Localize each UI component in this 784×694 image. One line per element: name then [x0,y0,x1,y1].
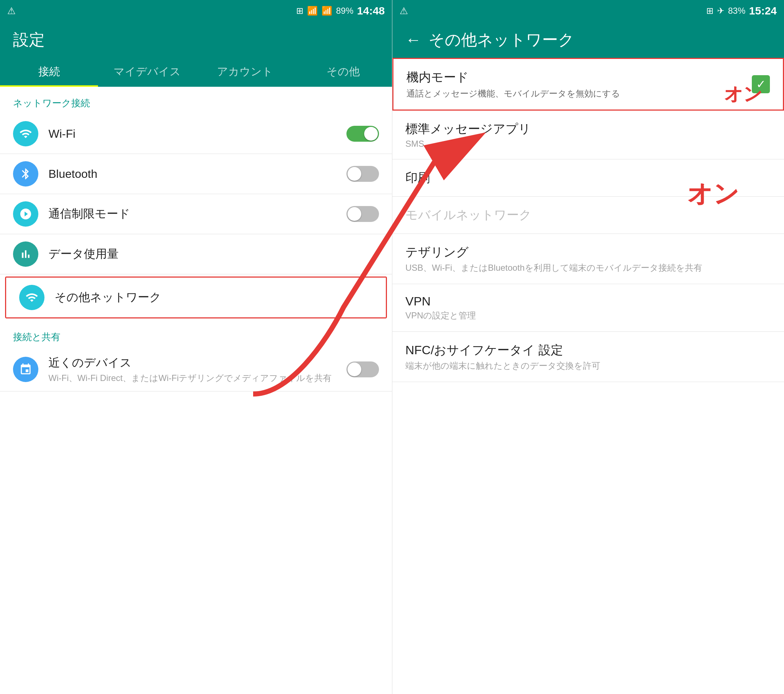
on-label: オン [724,82,762,107]
row-wifi[interactable]: Wi-Fi [0,114,392,154]
bluetooth-text: Bluetooth [48,167,346,181]
left-content: ネットワーク接続 Wi-Fi Bluetoo [0,87,392,694]
time-right: 15:24 [749,5,777,17]
section-network: ネットワーク接続 [0,87,392,114]
app-bar-left: 設定 [0,22,392,58]
warning-icon-left: ⚠ [7,5,16,16]
bluetooth-toggle[interactable] [346,166,379,182]
time-left: 14:48 [357,5,385,17]
wifi-toggle-knob [364,127,378,141]
row-mobile: モバイルネットワーク [392,197,784,234]
restrict-toggle-knob [348,207,361,221]
left-screen: ⚠ ⊞ 📶 📶 89% 14:48 設定 接続 マイデバイス アカウント [0,0,392,694]
tabs-left: 接続 マイデバイス アカウント その他 [0,58,392,87]
row-other-network[interactable]: その他ネットワーク [6,278,386,317]
row-print[interactable]: 印刷 [392,160,784,197]
nearby-text: 近くのデバイス Wi-Fi、Wi-Fi Direct、またはWi-Fiテザリング… [48,355,346,384]
cast-icon-right: ⊞ [706,6,713,16]
airplane-icon-right: ✈ [717,6,724,16]
row-nearby[interactable]: 近くのデバイス Wi-Fi、Wi-Fi Direct、またはWi-Fiテザリング… [0,348,392,391]
nearby-toggle-knob [348,363,361,376]
warning-icon-right: ⚠ [400,5,408,16]
nearby-toggle[interactable] [346,362,379,377]
wifi-icon [13,121,38,146]
data-usage-text: データ使用量 [48,246,379,262]
wifi-text: Wi-Fi [48,127,346,141]
battery-right: 83% [728,6,745,16]
restrict-text: 通信制限モード [48,206,346,222]
app-bar-right: ← その他ネットワーク [392,22,784,58]
app-title-right: その他ネットワーク [428,29,574,51]
bluetooth-icon [13,161,38,186]
signal-icon-left: 📶 [321,6,332,16]
right-screen: ⚠ ⊞ ✈ 83% 15:24 ← その他ネットワーク 機内モード 通話とメッセ… [392,0,784,694]
row-nfc[interactable]: NFC/おサイフケータイ 設定 端末が他の端末に触れたときのデータ交換を許可 [392,332,784,382]
row-sms[interactable]: 標準メッセージアプリ SMS [392,110,784,160]
tab-account[interactable]: アカウント [196,58,294,87]
data-usage-icon [13,242,38,267]
wifi-icon-left: 📶 [307,6,318,16]
app-title-left: 設定 [13,29,45,51]
tab-connection[interactable]: 接続 [0,58,98,87]
airplane-text: 機内モード 通話とメッセージ機能、モバイルデータを無効にする [407,69,752,99]
wifi-toggle[interactable] [346,126,379,142]
section-share: 接続と共有 [0,321,392,348]
restrict-toggle[interactable] [346,206,379,222]
row-restrict[interactable]: 通信制限モード [0,194,392,234]
row-vpn[interactable]: VPN VPNの設定と管理 [392,284,784,332]
row-tethering[interactable]: テザリング USB、Wi-Fi、またはBluetoothを利用して端末のモバイル… [392,234,784,284]
row-bluetooth[interactable]: Bluetooth [0,154,392,194]
nearby-icon [13,357,38,382]
status-bar-right: ⚠ ⊞ ✈ 83% 15:24 [392,0,784,22]
restrict-icon [13,201,38,227]
row-other-network-wrapper: その他ネットワーク [5,276,387,319]
cast-icon-left: ⊞ [296,6,303,16]
row-data-usage[interactable]: データ使用量 [0,234,392,275]
back-button[interactable]: ← [405,31,421,49]
right-content: 機内モード 通話とメッセージ機能、モバイルデータを無効にする ✓ オン 標準メッ… [392,58,784,694]
battery-left: 89% [336,6,353,16]
other-network-icon [19,285,44,310]
tab-mydevice[interactable]: マイデバイス [98,58,196,87]
tab-other[interactable]: その他 [294,58,392,87]
other-network-text: その他ネットワーク [54,289,373,306]
status-bar-left: ⚠ ⊞ 📶 📶 89% 14:48 [0,0,392,22]
bluetooth-toggle-knob [348,167,361,181]
